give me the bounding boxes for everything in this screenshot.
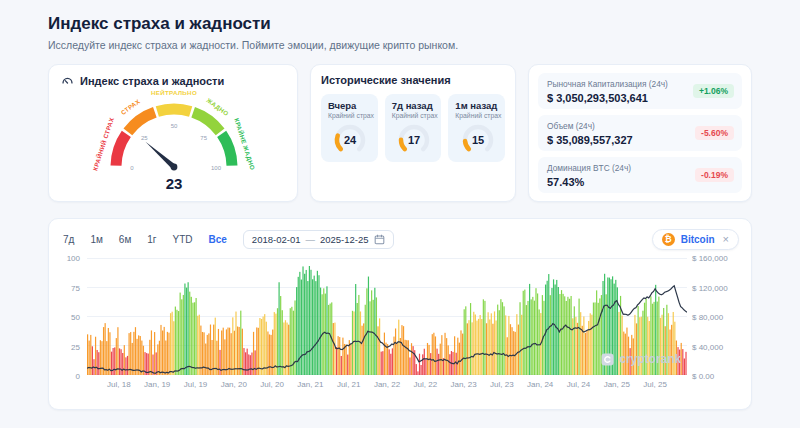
x-axis-label: Jan, 22	[374, 380, 400, 389]
y-axis-left-label: 25	[71, 342, 80, 351]
stat-change-badge: -5.60%	[695, 126, 734, 140]
chart-area: 0255075100 $ 0.00$ 40,000$ 80,000$ 120,0…	[61, 256, 739, 402]
history-item-classification: Крайний страх	[455, 112, 500, 119]
summary-cards: Индекс страха и жадности КРАЙНИЙ СТРАХСТ…	[48, 64, 752, 202]
gauge-segment	[193, 112, 220, 132]
watermark: cryptorank	[601, 352, 681, 366]
x-axis-label: Jul, 25	[643, 380, 667, 389]
gauge-needle-pivot	[171, 164, 178, 171]
y-axis-right-label: $ 0.00	[692, 372, 714, 381]
gauge-scale-label: НЕЙТРАЛЬНО	[151, 89, 197, 96]
stat-change-badge: +1.06%	[693, 84, 734, 98]
x-axis-label: Jan, 23	[450, 380, 476, 389]
history-card-title-text: Исторические значения	[321, 74, 451, 86]
x-axis-label: Jan, 20	[221, 380, 247, 389]
page-subtitle: Исследуйте индекс страха и жадности. Пой…	[48, 39, 752, 51]
y-axis-left-label: 100	[67, 254, 80, 263]
gauge-card-title-text: Индекс страха и жадности	[80, 75, 224, 87]
range-button-5[interactable]: Все	[207, 233, 229, 246]
x-axis-label: Jan, 24	[527, 380, 553, 389]
y-axis-right-label: $ 160,000	[692, 254, 728, 263]
gauge-tick: 75	[200, 135, 207, 141]
page-title: Индекс страха и жадности	[48, 14, 752, 34]
range-button-2[interactable]: 6м	[117, 233, 133, 246]
range-buttons: 7д1м6м1гYTDВсе	[61, 233, 229, 246]
history-items: ВчераКрайний страх247д назадКрайний стра…	[321, 94, 505, 162]
gauge-value: 23	[166, 175, 183, 191]
gauge-tick: 0	[130, 165, 134, 171]
fng-gauge: КРАЙНИЙ СТРАХСТРАХНЕЙТРАЛЬНОЖАДНОКРАЙНЕ …	[61, 87, 287, 191]
y-axis-right-label: $ 120,000	[692, 283, 728, 292]
stat-row: Доминация BTC (24ч)57.43%-0.19%	[538, 157, 742, 193]
chart-card: 7д1м6м1гYTDВсе 2018-02-01 — 2025-12-25 ₿…	[48, 218, 752, 410]
historical-values-card: Исторические значения ВчераКрайний страх…	[310, 64, 516, 202]
range-button-1[interactable]: 1м	[88, 233, 104, 246]
history-mini-gauge: 17	[392, 122, 436, 158]
history-mini-gauge: 15	[456, 122, 500, 158]
x-axis-label: Jan, 21	[297, 380, 323, 389]
stat-change-badge: -0.19%	[695, 168, 734, 182]
market-stats-card: Рыночная Капитализация (24ч)$ 3,050,293,…	[528, 64, 752, 202]
bitcoin-series-toggle[interactable]: ₿ Bitcoin ×	[652, 229, 739, 250]
y-axis-left-label: 0	[76, 372, 80, 381]
history-item-value: 15	[472, 134, 484, 146]
bitcoin-toggle-label: Bitcoin	[681, 234, 715, 245]
calendar-icon	[374, 234, 385, 245]
history-item: ВчераКрайний страх24	[321, 94, 378, 162]
cryptorank-logo-icon	[601, 353, 614, 366]
y-axis-right-label: $ 80,000	[692, 313, 723, 322]
date-range-picker[interactable]: 2018-02-01 — 2025-12-25	[243, 230, 394, 249]
watermark-text: cryptorank	[619, 352, 681, 366]
history-item-label: Вчера	[328, 100, 373, 111]
stat-row: Объем (24ч)$ 35,089,557,327-5.60%	[538, 115, 742, 151]
page: Индекс страха и жадности Исследуйте инде…	[0, 0, 800, 410]
x-axis-label: Jul, 19	[184, 380, 208, 389]
x-axis-label: Jul, 22	[414, 380, 438, 389]
chart-toolbar: 7д1м6м1гYTDВсе 2018-02-01 — 2025-12-25 ₿…	[61, 228, 739, 250]
x-axis-label: Jan, 19	[144, 380, 170, 389]
history-item-value: 24	[344, 134, 357, 146]
date-from: 2018-02-01	[252, 234, 301, 245]
gauge-segment	[128, 112, 155, 132]
y-axis-right-label: $ 40,000	[692, 342, 723, 351]
date-to: 2025-12-25	[320, 234, 369, 245]
gauge-tick: 25	[141, 135, 148, 141]
x-axis-label: Jul, 24	[567, 380, 591, 389]
gauge-tick: 100	[211, 165, 222, 171]
x-axis-label: Jan, 25	[604, 380, 630, 389]
gauge-scale-label: СТРАХ	[119, 97, 141, 116]
history-item: 7д назадКрайний страх17	[385, 94, 442, 162]
fear-greed-gauge-card: Индекс страха и жадности КРАЙНИЙ СТРАХСТ…	[48, 64, 298, 202]
date-separator: —	[305, 234, 315, 245]
gauge-segment	[222, 134, 232, 166]
history-item-classification: Крайний страх	[328, 112, 373, 119]
x-axis-labels: Jul, 18Jan, 19Jul, 19Jan, 20Jul, 20Jan, …	[87, 380, 687, 393]
speedometer-icon	[61, 74, 74, 87]
stat-row: Рыночная Капитализация (24ч)$ 3,050,293,…	[538, 73, 742, 109]
gauge-tick: 50	[171, 123, 178, 129]
gauge-card-title: Индекс страха и жадности	[61, 74, 285, 87]
gauge-segment	[157, 109, 190, 111]
history-item-value: 17	[408, 134, 420, 146]
history-item-label: 1м назад	[455, 100, 500, 111]
y-axis-left-label: 50	[71, 313, 80, 322]
history-item-label: 7д назад	[392, 100, 437, 111]
history-mini-gauge: 24	[328, 122, 372, 158]
history-item: 1м назадКрайний страх15	[448, 94, 505, 162]
history-card-title: Исторические значения	[321, 74, 505, 86]
range-button-0[interactable]: 7д	[61, 233, 76, 246]
bitcoin-icon: ₿	[662, 233, 675, 246]
history-item-classification: Крайний страх	[392, 112, 437, 119]
range-button-4[interactable]: YTD	[171, 233, 195, 246]
x-axis-label: Jul, 20	[260, 380, 284, 389]
y-axis-right: $ 0.00$ 40,000$ 80,000$ 120,000$ 160,000	[689, 258, 739, 376]
y-axis-left: 0255075100	[61, 258, 83, 376]
range-button-3[interactable]: 1г	[145, 233, 158, 246]
fng-chart-canvas[interactable]	[87, 258, 687, 376]
x-axis-label: Jul, 21	[337, 380, 361, 389]
x-axis-label: Jul, 18	[107, 380, 131, 389]
x-axis-label: Jul, 23	[490, 380, 514, 389]
y-axis-left-label: 75	[71, 283, 80, 292]
close-icon[interactable]: ×	[723, 234, 729, 245]
gauge-segment	[116, 134, 126, 166]
